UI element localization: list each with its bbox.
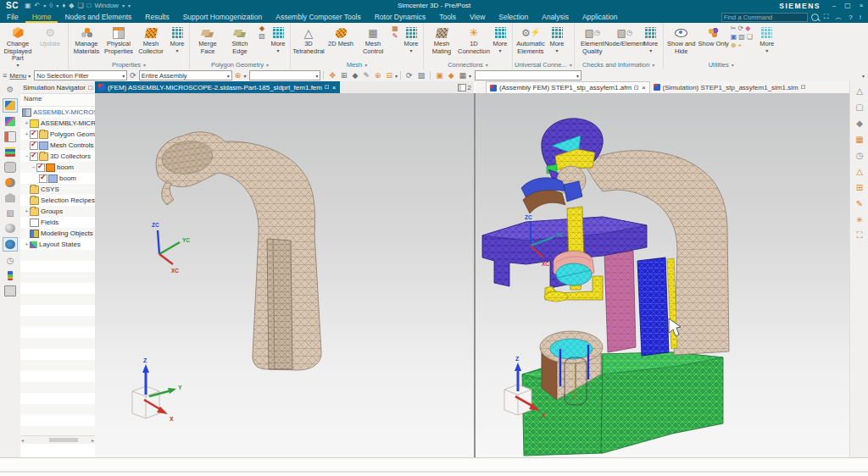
- close-button[interactable]: ×: [854, 0, 868, 11]
- tab-assembly-composer-tools[interactable]: Assembly Composer Tools: [269, 11, 367, 23]
- tab-tools[interactable]: Tools: [432, 11, 463, 23]
- tab-close-icon[interactable]: ×: [642, 84, 646, 91]
- tab-results[interactable]: Results: [138, 11, 175, 23]
- qat-customize-icon[interactable]: ▾: [128, 3, 131, 8]
- warning-icon[interactable]: △: [854, 85, 866, 97]
- tab-view[interactable]: View: [463, 11, 492, 23]
- constraint-navigator-icon[interactable]: [3, 146, 17, 158]
- utility-icon-cut[interactable]: ✂: [731, 25, 737, 32]
- tab-pin-icon[interactable]: ⊡: [634, 85, 639, 91]
- checkbox-checked-icon[interactable]: ✓: [30, 152, 38, 161]
- dialog-launcher-icon[interactable]: ▾: [364, 62, 367, 68]
- snap-add-icon[interactable]: ⊞: [338, 72, 350, 80]
- selection-filter-combo[interactable]: No Selection Filter▾: [34, 70, 127, 80]
- view-triad[interactable]: Z Y X: [132, 357, 182, 422]
- update-button[interactable]: ⚙ Update: [34, 24, 66, 48]
- tab-analysis[interactable]: Analysis: [535, 11, 576, 23]
- dialog-launcher-icon[interactable]: ▾: [570, 62, 572, 68]
- tree-row[interactable]: + ASSEMBLY-MICROS: [20, 118, 95, 129]
- show-and-hide-button[interactable]: Show and Hide: [665, 24, 698, 55]
- tree-row[interactable]: ✓ Mesh Controls: [20, 140, 95, 151]
- mesh-mating-button[interactable]: Mesh Mating: [426, 24, 458, 55]
- copy-display-icon[interactable]: ❏: [77, 3, 83, 9]
- tab-application[interactable]: Application: [576, 11, 625, 23]
- web-browser-icon[interactable]: [3, 237, 18, 252]
- window-icon[interactable]: □: [87, 3, 92, 9]
- window-resize-icon[interactable]: ▢: [854, 101, 866, 113]
- assembly-fem-tab[interactable]: (Assembly FEM) STEP1_stp_assyfem1.afm ⊡ …: [486, 81, 650, 93]
- menu-button[interactable]: Menu: [9, 72, 26, 80]
- tab-file[interactable]: File: [0, 11, 25, 23]
- fit-view-icon[interactable]: ⛶: [854, 230, 866, 241]
- edit-mesh-icon[interactable]: ✎: [854, 197, 866, 209]
- change-displayed-part-button[interactable]: Change Displayed Part▾: [2, 24, 34, 69]
- expander-icon[interactable]: −: [24, 153, 30, 159]
- undo-chevron-icon[interactable]: ▾: [43, 3, 46, 8]
- mesh-display-icon[interactable]: △: [854, 165, 866, 177]
- show-only-button[interactable]: Show Only: [698, 24, 730, 48]
- mesh-small-icon-1[interactable]: ▦: [392, 25, 398, 32]
- gear-icon[interactable]: ⚙: [3, 83, 17, 96]
- expand-box-icon[interactable]: ⊞: [854, 181, 866, 193]
- select-handle-icon[interactable]: ✥: [326, 72, 338, 80]
- tab-support-homogenization[interactable]: Support Homogenization: [176, 11, 270, 23]
- assembly-fem-graphics-window[interactable]: ZC YC XC Z X: [476, 93, 849, 457]
- measure-icon[interactable]: ⊕: [372, 72, 384, 80]
- dialog-launcher-icon[interactable]: ▾: [652, 62, 654, 68]
- checkbox-checked-icon[interactable]: ✓: [30, 141, 38, 150]
- grid-icon[interactable]: ▦: [457, 72, 470, 80]
- 3d-tetrahedral-button[interactable]: △ 3D Tetrahedral: [292, 24, 325, 55]
- search-icon[interactable]: [811, 14, 819, 21]
- mesh-small-icon-2[interactable]: ✎: [392, 33, 398, 40]
- minimize-button[interactable]: –: [827, 0, 841, 11]
- navigator-column-header[interactable]: Name: [20, 94, 95, 107]
- tree-row[interactable]: Selection Recipes: [20, 195, 95, 206]
- tree-row[interactable]: − ✓ 3D Collectors: [20, 151, 95, 162]
- tree-row[interactable]: + Layout States: [20, 239, 95, 250]
- polygon-more-button[interactable]: More▾: [268, 24, 288, 54]
- tab-pin-icon[interactable]: ⊡: [325, 84, 330, 91]
- motion-icon[interactable]: [3, 176, 17, 189]
- expander-icon[interactable]: +: [24, 120, 30, 126]
- utilities-more-button[interactable]: More▾: [757, 24, 777, 54]
- expander-icon[interactable]: +: [24, 131, 30, 137]
- utility-icon-copy[interactable]: ❏: [747, 34, 753, 41]
- physical-properties-button[interactable]: Physical Properties: [103, 24, 135, 55]
- utility-icon-add-arrow[interactable]: +: [737, 42, 742, 49]
- snap-point-icon[interactable]: ⊕: [232, 72, 244, 80]
- render-style-icon[interactable]: ⟳: [403, 72, 415, 80]
- tree-row[interactable]: + ✓ Polygon Geometr: [20, 129, 95, 140]
- toolbar-overflow-icon[interactable]: ▾: [862, 73, 865, 79]
- layer-icon[interactable]: ◆: [446, 72, 457, 80]
- voice-command-icon[interactable]: ♦: [62, 3, 65, 9]
- reuse-library-icon[interactable]: [3, 191, 17, 204]
- utility-icon-image[interactable]: ▣: [731, 34, 737, 41]
- expander-icon[interactable]: +: [24, 241, 30, 247]
- tab-nodes-and-elements[interactable]: Nodes and Elements: [58, 11, 138, 23]
- box-icon[interactable]: ▧: [3, 207, 17, 219]
- polygon-small-icon-2[interactable]: ▧: [259, 33, 265, 40]
- history-icon[interactable]: ◷: [3, 254, 17, 267]
- fem-tab[interactable]: (FEM) ASSEMBLY-MICROSCOPE-2.sldasm-Part-…: [95, 81, 340, 93]
- select-face-icon[interactable]: ◆: [350, 72, 361, 80]
- fem-graphics-window[interactable]: ZC YC XC Z Y X: [95, 93, 474, 457]
- selection-scope-combo[interactable]: Entire Assembly▾: [139, 70, 232, 80]
- clock-help-icon[interactable]: ◷: [854, 149, 866, 161]
- checks-more-button[interactable]: More▾: [641, 24, 661, 54]
- dialog-launcher-icon[interactable]: ▾: [143, 62, 146, 68]
- connections-more-button[interactable]: More▾: [490, 24, 510, 54]
- manage-materials-button[interactable]: Manage Materials: [70, 24, 103, 55]
- repeat-chevron-icon[interactable]: ▾: [56, 3, 58, 8]
- window-tile-icon[interactable]: ▣: [433, 72, 446, 80]
- filter-reset-icon[interactable]: ⟳: [127, 72, 139, 80]
- window-chevron-icon[interactable]: ▾: [122, 3, 125, 8]
- simulation-navigator-icon[interactable]: [3, 98, 18, 113]
- mesh-collector-button[interactable]: Mesh Collector: [135, 24, 167, 55]
- checkbox-checked-icon[interactable]: ✓: [39, 174, 47, 183]
- tab-pin-icon[interactable]: ⊡: [801, 84, 806, 91]
- find-command-input[interactable]: [721, 13, 808, 22]
- node-element-button[interactable]: ▧◷ Node/Element: [609, 24, 641, 48]
- 1d-connection-button[interactable]: ✳ 1D Connection: [458, 24, 490, 55]
- customize-icon[interactable]: [3, 285, 17, 297]
- utility-icon-refresh[interactable]: ⟳: [737, 25, 743, 32]
